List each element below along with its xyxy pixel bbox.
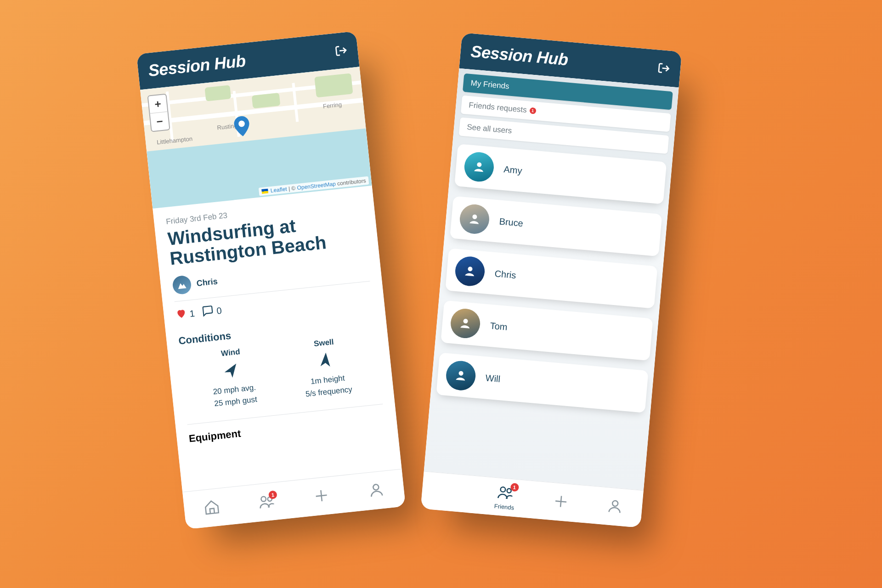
osm-link[interactable]: OpenStreetMap [297, 181, 336, 191]
map[interactable]: Littlehampton Rustington Ferring + − Lea… [140, 67, 372, 209]
friend-list-item[interactable]: Will [436, 352, 648, 413]
friend-list-item[interactable]: Bruce [450, 196, 662, 256]
zoom-in-button[interactable]: + [148, 95, 168, 114]
friend-avatar [458, 203, 490, 235]
friend-name: Tom [490, 320, 508, 332]
comment-count: 0 [216, 305, 222, 317]
like-button[interactable]: 1 [175, 307, 195, 322]
nav-friends[interactable]: 1 [258, 492, 276, 512]
friend-avatar [463, 151, 495, 183]
wind-block: Wind 20 mph avg. 25 mph gust [209, 346, 258, 410]
like-count: 1 [189, 308, 195, 319]
friend-list-item[interactable]: Amy [454, 144, 667, 204]
nav-add[interactable] [312, 486, 331, 506]
nav-add[interactable] [552, 492, 570, 512]
svg-point-1 [261, 497, 266, 502]
friend-name: Amy [503, 164, 523, 176]
map-zoom-control: + − [147, 94, 170, 132]
svg-point-3 [373, 484, 379, 490]
home-icon [203, 498, 221, 518]
app-title: Session Hub [147, 51, 247, 80]
svg-point-6 [468, 266, 473, 271]
phone-friends: Session Hub My Friends Friends requests … [421, 33, 682, 528]
profile-icon [367, 481, 385, 501]
friend-name: Will [485, 373, 501, 384]
tab-label: My Friends [470, 79, 510, 91]
nav-profile[interactable] [606, 497, 624, 516]
swell-direction-icon [301, 349, 350, 372]
plus-icon [312, 486, 331, 506]
friend-avatar [445, 360, 476, 391]
svg-point-11 [612, 500, 618, 506]
logout-icon[interactable] [657, 61, 671, 75]
map-pin-icon [233, 115, 251, 139]
comment-button[interactable]: 0 [201, 304, 222, 320]
app-title: Session Hub [470, 42, 569, 69]
friend-name: Bruce [499, 216, 524, 228]
ukraine-flag-icon [261, 189, 268, 194]
friend-name: Chris [494, 268, 516, 281]
svg-point-5 [472, 215, 477, 220]
requests-badge: 1 [529, 107, 536, 114]
friend-avatar [454, 255, 486, 287]
wind-direction-icon [210, 359, 254, 382]
svg-point-8 [458, 371, 464, 376]
profile-icon [606, 497, 624, 516]
plus-icon [552, 492, 570, 512]
svg-point-4 [477, 162, 482, 167]
zoom-out-button[interactable]: − [150, 112, 170, 131]
swell-block: Swell 1m height 5/s frequency [300, 336, 353, 400]
svg-point-9 [500, 487, 505, 492]
logout-icon[interactable] [334, 44, 348, 58]
nav-profile[interactable] [367, 481, 385, 501]
author-name: Chris [196, 277, 218, 288]
comment-icon [201, 305, 215, 320]
nav-friends[interactable]: 1 Friends [494, 483, 516, 511]
nav-home[interactable] [203, 498, 221, 518]
tab-label: Friends requests [469, 101, 527, 115]
leaflet-link[interactable]: Leaflet [270, 186, 287, 194]
nav-label: Friends [494, 503, 514, 511]
friend-list-item[interactable]: Chris [445, 248, 657, 308]
phone-session-detail: Session Hub Littlehampton Rustington Fer… [136, 31, 406, 529]
tab-label: See all users [466, 123, 512, 136]
author-avatar [172, 275, 192, 295]
svg-point-7 [463, 319, 468, 324]
swell-label: Swell [300, 336, 348, 351]
friend-list-item[interactable]: Tom [441, 300, 653, 361]
friend-avatar [449, 307, 481, 339]
heart-icon [175, 308, 187, 322]
